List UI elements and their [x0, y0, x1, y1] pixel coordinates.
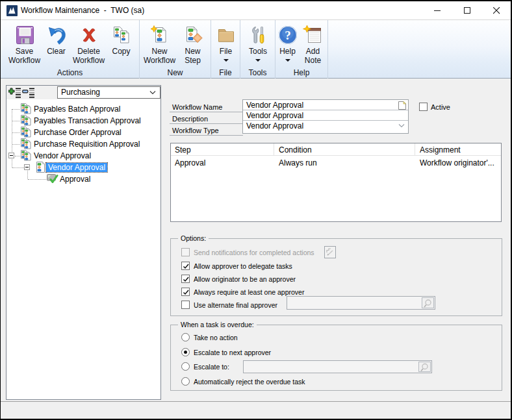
new-workflow-label: New: [141, 47, 178, 56]
tree-item-approval-step[interactable]: Approval: [6, 173, 160, 185]
tree-item-vendor-approval[interactable]: Vendor Approval: [6, 150, 160, 162]
tools-button[interactable]: Tools: [240, 20, 275, 68]
allow-delegate-checkbox[interactable]: [181, 262, 190, 270]
ribbon-toolbar: Actions New File Tools Help Save Workflo: [1, 19, 511, 79]
tree-item-label: Payables Batch Approval: [34, 105, 120, 114]
expand-all-icon[interactable]: [8, 88, 21, 98]
tree-item-payables-transaction-approval[interactable]: Payables Transaction Approval: [6, 115, 160, 127]
assignment-cell: Workflow originator'...: [420, 158, 494, 167]
escalate-to-label: Escalate to:: [194, 363, 229, 371]
workflow-type-value: Vendor Approval: [246, 121, 303, 130]
minimize-icon: [434, 7, 441, 14]
workflow-type-label: Workflow Type: [170, 124, 243, 136]
status-separator: [1, 401, 511, 402]
overdue-legend: When a task is overdue:: [178, 321, 257, 328]
allow-originator-checkbox[interactable]: [181, 275, 190, 283]
tree-item-label: Approval: [60, 175, 90, 184]
escalate-next-approver-label: Escalate to next approver: [194, 349, 271, 356]
file-dropdown-arrow: [224, 59, 229, 62]
tree-item-label: Purchase Requisition Approval: [34, 140, 140, 149]
escalate-to-lookup-button: [418, 362, 431, 372]
close-icon: [493, 7, 500, 14]
file-button[interactable]: File: [211, 20, 240, 68]
workflow-docs-icon: [20, 150, 32, 161]
new-workflow-button[interactable]: New Workflow: [141, 20, 178, 68]
note-button[interactable]: [397, 101, 407, 110]
steps-table-header: Step Condition Assignment: [171, 143, 501, 156]
send-notifications-label: Send notifications for completed actions: [194, 249, 314, 256]
add-note-icon: [303, 25, 324, 45]
ribbon-group-label-help: Help: [275, 68, 327, 78]
copy-button[interactable]: Copy: [104, 20, 138, 68]
delete-icon: [79, 25, 99, 45]
category-dropdown[interactable]: Purchasing: [57, 86, 160, 99]
maximize-button[interactable]: [452, 1, 482, 19]
require-one-approver-checkbox[interactable]: [181, 288, 190, 296]
svg-text:?: ?: [285, 29, 291, 42]
tree-item-label: Purchase Order Approval: [34, 128, 122, 137]
new-step-button[interactable]: New Step: [177, 20, 208, 68]
take-no-action-radio[interactable]: [181, 333, 190, 341]
new-step-icon: [183, 25, 203, 45]
copy-label: Copy: [104, 47, 138, 56]
minimize-button[interactable]: [422, 1, 452, 19]
workflow-docs-icon: [20, 138, 32, 149]
new-step-label: New: [177, 47, 208, 56]
form-fields: Vendor Approval Vendor Approval Vendor A…: [242, 99, 409, 134]
note-icon: [398, 101, 406, 110]
delete-workflow-button[interactable]: Delete Workflow: [71, 20, 106, 68]
send-notifications-checkbox: [181, 248, 190, 256]
tools-label: Tools: [240, 47, 275, 56]
alternate-approver-lookup-button: [422, 297, 434, 308]
file-icon: [216, 25, 237, 45]
allow-originator-label: Allow originator to be an approver: [194, 275, 296, 283]
ribbon-group-label-tools: Tools: [240, 68, 275, 78]
save-workflow-button[interactable]: Save Workflow: [7, 20, 42, 68]
workflow-doc-icon: [36, 162, 45, 173]
allow-delegate-label: Allow approver to delegate tasks: [194, 262, 292, 270]
maximize-icon: [464, 7, 471, 14]
help-icon: ?: [277, 25, 298, 45]
escalate-next-approver-radio[interactable]: [181, 348, 190, 356]
lookup-icon: [419, 362, 430, 373]
tree-item-payables-batch-approval[interactable]: Payables Batch Approval: [6, 103, 160, 115]
app-icon: [6, 5, 18, 16]
column-header-assignment[interactable]: Assignment: [420, 143, 461, 156]
tree-item-label: Payables Transaction Approval: [34, 116, 141, 125]
workflow-docs-icon: [20, 127, 32, 138]
steps-table-row[interactable]: Approval Always run Workflow originator'…: [171, 156, 501, 167]
collapse-all-icon[interactable]: [22, 88, 35, 98]
ribbon-group-label-new: New: [140, 68, 211, 78]
add-note-button[interactable]: Add Note: [298, 20, 328, 68]
column-header-condition[interactable]: Condition: [279, 143, 312, 156]
escalate-to-radio[interactable]: [181, 362, 190, 371]
lookup-icon: [422, 298, 433, 309]
close-button[interactable]: [482, 1, 511, 19]
ribbon-group-label-file: File: [211, 68, 240, 78]
help-dropdown-arrow: [285, 59, 290, 62]
active-checkbox[interactable]: [419, 103, 428, 111]
window-title: Workflow Maintenance - TWO (sa): [21, 1, 144, 19]
tree-expander-minus[interactable]: [24, 164, 30, 170]
tree-item-purchase-requisition-approval[interactable]: Purchase Requisition Approval: [6, 138, 160, 150]
column-header-step[interactable]: Step: [175, 143, 191, 156]
tree-item-label-selected: Vendor Approval: [46, 163, 107, 172]
workflow-tree: Payables Batch Approval Payables Transac…: [6, 99, 160, 399]
alternate-approver-checkbox[interactable]: [181, 301, 190, 309]
workflow-docs-icon: [20, 115, 32, 126]
clear-icon: [46, 25, 67, 45]
tree-item-vendor-approval-child-selected[interactable]: Vendor Approval: [6, 162, 160, 173]
tree-expander-minus[interactable]: [8, 153, 14, 158]
tree-toolbar: Purchasing: [6, 86, 160, 99]
workflow-name-label: Workflow Name: [170, 101, 243, 112]
file-label: File: [211, 47, 240, 56]
workflow-docs-icon: [20, 103, 32, 114]
workflow-name-field[interactable]: Vendor Approval: [243, 100, 408, 110]
titlebar: Workflow Maintenance - TWO (sa): [1, 1, 511, 19]
description-field[interactable]: Vendor Approval: [243, 110, 408, 121]
reject-overdue-radio[interactable]: [181, 377, 190, 386]
workflow-type-dropdown[interactable]: Vendor Approval: [243, 121, 408, 132]
tree-item-purchase-order-approval[interactable]: Purchase Order Approval: [6, 127, 160, 138]
save-workflow-label: Save: [7, 47, 42, 56]
clear-button[interactable]: Clear: [39, 20, 73, 68]
